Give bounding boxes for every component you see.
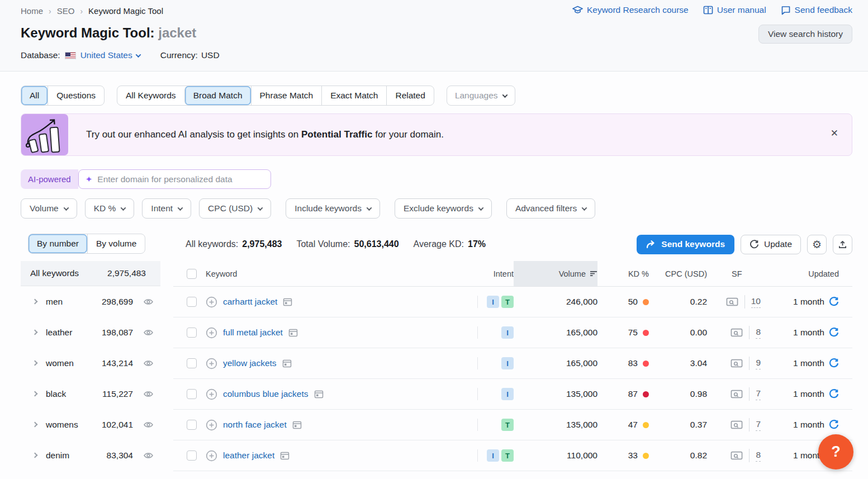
sidebar-group-men[interactable]: men298,699 [21, 286, 160, 317]
user-manual-link[interactable]: User manual [703, 5, 766, 15]
serp-icon[interactable] [280, 452, 290, 460]
help-button[interactable]: ? [818, 434, 853, 469]
send-feedback-link[interactable]: Send feedback [781, 5, 852, 15]
row-checkbox[interactable] [187, 450, 197, 461]
kd-value: 87 [628, 389, 638, 399]
match-tab-group: All Keywords Broad Match Phrase Match Ex… [117, 86, 434, 106]
keyword-link[interactable]: full metal jacket [223, 328, 283, 338]
tab-all[interactable]: All [21, 86, 48, 105]
header-kd[interactable]: KD % [597, 261, 649, 286]
volume-filter[interactable]: Volume [21, 198, 77, 219]
breadcrumb-seo[interactable]: SEO [57, 6, 75, 16]
database-selector[interactable]: United States [80, 50, 140, 60]
refresh-metrics-icon[interactable] [829, 328, 839, 338]
kd-filter[interactable]: KD % [85, 198, 135, 219]
header-volume[interactable]: Volume [514, 261, 597, 286]
chevron-down-icon [63, 205, 69, 211]
header-updated[interactable]: Updated [761, 261, 852, 286]
row-checkbox[interactable] [187, 328, 197, 338]
tab-related[interactable]: Related [386, 86, 433, 105]
group-name: men [46, 297, 95, 307]
serp-preview-icon[interactable] [731, 420, 743, 430]
keyword-link[interactable]: north face jacket [223, 420, 287, 430]
header-cpc[interactable]: CPC (USD) [649, 261, 707, 286]
sidebar-group-denim[interactable]: denim83,304 [21, 440, 160, 471]
intent-badge: T [501, 449, 514, 462]
eye-icon[interactable] [143, 450, 154, 461]
keyword-link[interactable]: leather jacket [223, 450, 274, 461]
tab-questions[interactable]: Questions [48, 86, 104, 105]
header-intent[interactable]: Intent [478, 261, 514, 286]
send-keywords-button[interactable]: Send keywords [637, 235, 734, 254]
add-keyword-icon[interactable] [206, 296, 217, 308]
tab-by-volume[interactable]: By volume [87, 234, 145, 253]
keyword-research-course-link[interactable]: Keyword Research course [572, 5, 689, 15]
banner-close-icon[interactable]: ✕ [831, 127, 838, 139]
keyword-link[interactable]: yellow jackets [223, 358, 277, 368]
tab-phrase-match[interactable]: Phrase Match [251, 86, 322, 105]
eye-icon[interactable] [143, 358, 154, 368]
add-keyword-icon[interactable] [206, 388, 217, 400]
serp-icon[interactable] [292, 421, 302, 429]
row-checkbox[interactable] [187, 358, 197, 368]
eye-icon[interactable] [143, 420, 154, 430]
all-keywords-group-row[interactable]: All keywords 2,975,483 [21, 261, 160, 286]
sidebar-group-women[interactable]: women143,214 [21, 348, 160, 378]
update-button[interactable]: Update [741, 235, 801, 254]
serp-preview-icon[interactable] [731, 328, 743, 338]
tab-by-number[interactable]: By number [29, 234, 87, 253]
serp-icon[interactable] [314, 390, 324, 399]
serp-icon[interactable] [282, 359, 292, 368]
domain-input[interactable]: ✦ Enter domain for personalized data [78, 169, 271, 189]
add-keyword-icon[interactable] [206, 327, 217, 339]
keyword-link[interactable]: columbus blue jackets [223, 389, 309, 399]
select-all-checkbox[interactable] [187, 269, 197, 279]
advanced-filters[interactable]: Advanced filters [506, 198, 595, 219]
keyword-link[interactable]: carhartt jacket [223, 297, 277, 307]
tab-broad-match[interactable]: Broad Match [184, 86, 251, 105]
chevron-right-icon[interactable] [32, 299, 38, 305]
header-sf[interactable]: SF [707, 261, 761, 286]
eye-icon[interactable] [143, 389, 154, 399]
chevron-right-icon[interactable] [32, 330, 38, 335]
serp-preview-icon[interactable] [731, 359, 743, 368]
chevron-right-icon[interactable] [32, 361, 38, 366]
table-settings-button[interactable]: ⚙ [807, 235, 827, 254]
header-keyword[interactable]: Keyword [206, 261, 478, 286]
languages-dropdown[interactable]: Languages [447, 86, 515, 106]
serp-icon[interactable] [283, 298, 292, 306]
tab-all-keywords[interactable]: All Keywords [117, 86, 184, 105]
add-keyword-icon[interactable] [206, 419, 217, 431]
refresh-metrics-icon[interactable] [829, 297, 839, 307]
sidebar-group-black[interactable]: black115,227 [21, 378, 160, 409]
export-button[interactable] [833, 235, 852, 254]
refresh-metrics-icon[interactable] [829, 389, 839, 399]
row-checkbox[interactable] [187, 297, 197, 307]
chevron-right-icon[interactable] [32, 453, 38, 458]
serp-preview-icon[interactable] [731, 390, 743, 399]
tab-exact-match[interactable]: Exact Match [321, 86, 386, 105]
cpc-filter-label: CPC (USD) [208, 203, 253, 214]
refresh-metrics-icon[interactable] [829, 358, 839, 368]
eye-icon[interactable] [143, 297, 154, 307]
breadcrumb-home[interactable]: Home [21, 6, 43, 16]
row-checkbox[interactable] [187, 420, 197, 430]
intent-cell: IT [478, 449, 514, 462]
chevron-right-icon[interactable] [32, 422, 38, 428]
eye-icon[interactable] [143, 328, 154, 338]
refresh-metrics-icon[interactable] [829, 420, 839, 430]
serp-preview-icon[interactable] [726, 297, 738, 307]
row-checkbox[interactable] [187, 389, 197, 399]
sidebar-group-leather[interactable]: leather198,087 [21, 317, 160, 348]
sidebar-group-womens[interactable]: womens102,041 [21, 409, 160, 440]
serp-icon[interactable] [288, 329, 298, 337]
cpc-filter[interactable]: CPC (USD) [199, 198, 271, 219]
chevron-right-icon[interactable] [32, 391, 38, 397]
intent-filter[interactable]: Intent [142, 198, 191, 219]
include-keywords-filter[interactable]: Include keywords [286, 198, 380, 219]
exclude-keywords-filter[interactable]: Exclude keywords [395, 198, 492, 219]
add-keyword-icon[interactable] [206, 358, 217, 369]
view-search-history-button[interactable]: View search history [758, 25, 852, 44]
serp-preview-icon[interactable] [731, 451, 743, 461]
add-keyword-icon[interactable] [206, 450, 217, 462]
